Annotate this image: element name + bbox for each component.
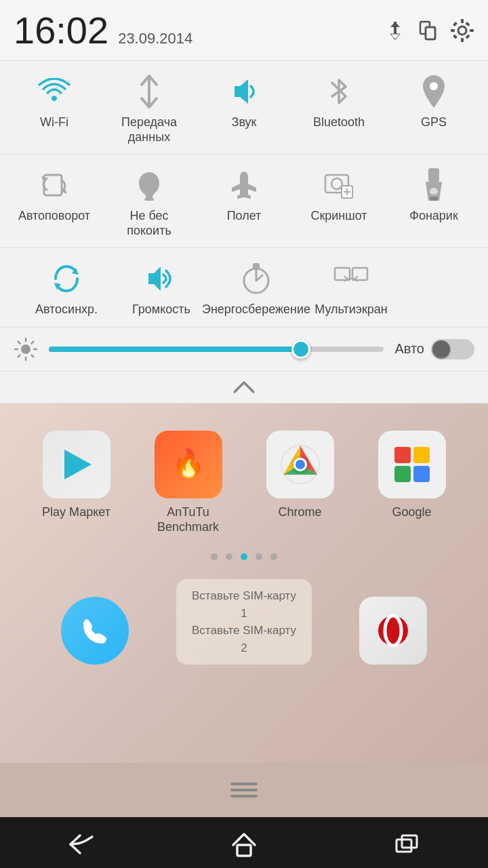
toggle-bluetooth[interactable]: Bluetooth (298, 73, 380, 144)
settings-icon[interactable] (450, 18, 474, 43)
app-google[interactable]: Google (365, 431, 460, 534)
menu-button[interactable] (230, 783, 258, 797)
svg-rect-29 (430, 197, 438, 201)
toggle-airplane[interactable]: Полет (203, 167, 285, 238)
svg-rect-7 (461, 19, 464, 23)
brightness-row: Авто (0, 328, 488, 372)
navigation-bar (0, 817, 488, 868)
toggle-sound[interactable]: Звук (203, 73, 285, 144)
svg-rect-13 (453, 34, 458, 39)
brightness-icon (14, 337, 38, 361)
auto-brightness-toggle[interactable] (431, 339, 474, 359)
toggle-autorotate[interactable]: Автоповорот (14, 167, 95, 238)
powersave-label: Энергосбережение (202, 302, 310, 317)
toggle-data[interactable]: Передача данных (108, 73, 190, 144)
brightness-slider[interactable] (49, 340, 384, 359)
app-chrome[interactable]: Chrome (253, 431, 348, 534)
svg-marker-47 (64, 450, 92, 479)
quick-settings-panel: Wi-Fi Передача данных Звук (0, 61, 488, 403)
bluetooth-icon (321, 73, 357, 110)
antutu-icon: 🔥 (155, 431, 222, 498)
toggle-row-3: Автосинхр. Громкость Энергос (0, 248, 488, 328)
gps-icon (415, 73, 452, 110)
gps-label: GPS (421, 115, 447, 130)
dock-bar (0, 763, 488, 817)
svg-rect-9 (451, 29, 455, 32)
chrome-icon (266, 431, 334, 498)
sim-notice-wrap: Вставьте SIM-карту 1 Вставьте SIM-карту … (197, 579, 291, 665)
app-grid-row2: Вставьте SIM-карту 1 Вставьте SIM-карту … (0, 566, 488, 678)
toggle-gps[interactable]: GPS (393, 73, 474, 144)
wifi-icon (36, 73, 73, 110)
dnd-label: Не бес покоить (108, 209, 190, 238)
svg-rect-11 (453, 21, 458, 26)
phone-icon (61, 597, 129, 665)
toggle-volume[interactable]: Громкость (114, 260, 209, 317)
multiscreen-label: Мультиэкран (314, 302, 388, 317)
sim-notice: Вставьте SIM-карту 1 Вставьте SIM-карту … (176, 579, 312, 665)
toggle-screenshot[interactable]: Скриншот (298, 167, 380, 238)
svg-rect-62 (402, 835, 417, 848)
autorotate-icon (36, 167, 73, 203)
svg-line-45 (18, 355, 20, 357)
opera-icon (359, 597, 427, 665)
screen-rotate-icon (418, 20, 438, 41)
data-icon (131, 73, 167, 110)
google-icon (378, 431, 446, 498)
toggle-dnd[interactable]: Не бес покоить (108, 167, 190, 238)
auto-brightness: Авто (394, 339, 474, 359)
screenshot-icon (321, 167, 357, 203)
svg-rect-4 (426, 27, 435, 39)
collapse-arrow-icon[interactable] (232, 380, 256, 395)
home-screen: Play Маркет 🔥 AnTuTu Benchmark (0, 403, 488, 763)
google-label: Google (392, 505, 431, 520)
app-opera[interactable] (346, 597, 441, 665)
bluetooth-label: Bluetooth (313, 115, 365, 130)
svg-point-17 (430, 82, 438, 90)
svg-rect-54 (394, 447, 411, 463)
app-playmarket[interactable]: Play Маркет (29, 431, 124, 534)
page-dots (0, 548, 488, 566)
toggle-wifi[interactable]: Wi-Fi (14, 73, 95, 144)
dot-2 (226, 553, 232, 560)
menu-line-2 (230, 789, 258, 791)
clock: 16:02 (14, 12, 108, 50)
slider-thumb (291, 340, 310, 359)
svg-rect-57 (413, 466, 430, 482)
app-phone[interactable] (47, 597, 142, 665)
app-antutu[interactable]: 🔥 AnTuTu Benchmark (141, 431, 236, 534)
airplane-icon (226, 167, 262, 203)
toggle-autosync[interactable]: Автосинхр. (19, 260, 114, 317)
autosync-icon (48, 260, 85, 297)
dot-1 (211, 553, 218, 560)
dot-5 (270, 553, 277, 560)
flashlight-icon (415, 167, 452, 203)
svg-point-58 (378, 616, 408, 646)
toggle-flashlight[interactable]: Фонарик (393, 167, 474, 238)
auto-label: Авто (394, 341, 424, 357)
recent-button[interactable] (380, 824, 434, 865)
svg-line-46 (32, 342, 34, 344)
flashlight-label: Фонарик (409, 209, 458, 224)
toggle-multiscreen[interactable]: Мультиэкран (304, 260, 399, 317)
back-button[interactable] (54, 824, 108, 865)
svg-point-53 (296, 460, 305, 469)
sound-label: Звук (232, 115, 257, 130)
toggle-powersave[interactable]: Энергосбережение (209, 260, 304, 317)
chrome-label: Chrome (278, 505, 321, 520)
playmarket-icon (43, 431, 110, 498)
svg-marker-16 (235, 79, 248, 104)
svg-rect-14 (465, 21, 470, 26)
svg-point-6 (458, 26, 466, 35)
svg-marker-20 (41, 176, 47, 183)
toggle-knob (432, 340, 450, 358)
slider-track (49, 347, 384, 352)
multiscreen-icon (333, 260, 369, 297)
svg-rect-10 (470, 29, 474, 32)
svg-rect-60 (237, 845, 251, 856)
app-grid-row1: Play Маркет 🔥 AnTuTu Benchmark (0, 403, 488, 548)
home-button[interactable] (217, 824, 271, 865)
status-bar: 16:02 23.09.2014 (0, 0, 488, 61)
svg-rect-27 (428, 168, 439, 182)
volume-icon (143, 260, 180, 297)
